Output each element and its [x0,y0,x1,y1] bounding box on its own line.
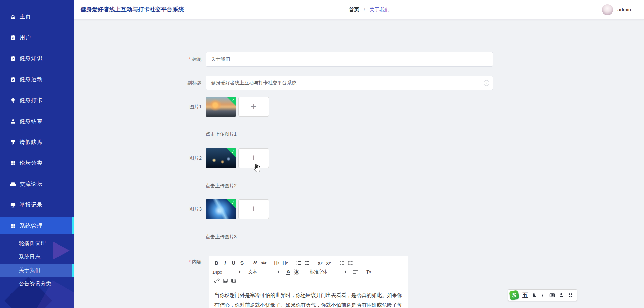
subtitle-input[interactable] [206,76,493,90]
title-label: *标题 [74,56,206,62]
check-icon: ✓ [231,98,235,103]
sidebar-item-label: 交流论坛 [20,181,43,188]
required-asterisk: * [189,56,191,62]
image1-hint: 点击上传图片1 [206,131,644,137]
strikethrough-button[interactable]: S [238,259,246,267]
image-icon [223,278,228,283]
breadcrumb-separator: / [364,7,365,12]
punctuation-icon[interactable] [541,292,546,298]
bullet-list-button[interactable] [303,259,311,267]
lightbulb-icon [10,98,16,103]
sidebar-item-home[interactable]: 主页 [0,6,74,27]
underline-button[interactable]: U [229,259,238,267]
link-icon [214,278,220,283]
sidebar: 主页 用户 健身知识 健身运动 健身打卡 [0,0,74,308]
sidebar-subitem-announcement-category[interactable]: 公告资讯分类 [0,277,74,290]
bold-button[interactable]: B [212,259,221,267]
sidebar-subitem-carousel-management[interactable]: 轮播图管理 [0,236,74,250]
home-icon [10,14,16,20]
sidebar-item-fitness-end[interactable]: 健身结束 [0,111,74,132]
sidebar-item-fitness-knowledge[interactable]: 健身知识 [0,48,74,69]
ime-toolbar: S 五 [508,289,577,301]
code-block-button[interactable]: </> [259,259,268,267]
moon-icon[interactable] [532,292,537,298]
subscript-button[interactable]: x2 [316,259,324,267]
check-icon: ✓ [231,200,235,205]
sidebar-item-label: 用户 [20,34,31,41]
image2-thumbnail[interactable]: ✓ [206,148,236,168]
sidebar-item-label: 举报记录 [20,202,43,209]
sidebar-item-label: 请假缺席 [20,139,43,146]
background-color-button[interactable]: A [293,268,301,276]
image2-upload-button[interactable]: + [238,148,269,168]
ordered-list-button[interactable] [294,259,303,267]
sidebar-item-system-management[interactable]: 系统管理 [0,217,74,234]
blockquote-button[interactable]: ” [251,257,259,269]
image1-label: 图片1 [74,97,206,117]
funnel-icon [10,139,16,145]
editor-toolbar: B I U S ” </> H1 H2 x2 x2 [209,256,408,287]
title-input[interactable] [206,52,493,67]
image3-label: 图片3 [74,199,206,219]
sidebar-item-report-records[interactable]: 举报记录 [0,195,74,215]
user-menu[interactable]: admin [602,0,631,19]
sidebar-item-fitness-checkin[interactable]: 健身打卡 [0,90,74,111]
wubi-mode-button[interactable]: 五 [522,291,528,299]
outdent-button[interactable] [338,259,346,267]
align-icon [353,269,358,275]
indent-button[interactable] [346,259,354,267]
image1-thumbnail[interactable]: ✓ [206,97,236,117]
superscript-button[interactable]: x2 [324,259,333,267]
sidebar-subitem-system-log[interactable]: 系统日志 [0,250,74,263]
font-size-select[interactable]: 14px ▲▼ [212,268,241,276]
user-mode-icon[interactable] [559,292,564,298]
font-family-select[interactable]: 标准字体 ▲▼ [310,268,346,276]
text-color-button[interactable]: A [284,268,293,276]
content-label: *内容 [74,256,206,265]
sogou-logo-icon[interactable]: S [509,290,519,300]
clear-icon[interactable]: × [484,80,489,86]
image3-thumbnail[interactable]: ✓ [206,199,236,219]
text-format-select[interactable]: 文本 ▲▼ [248,268,279,276]
align-button[interactable] [351,268,360,276]
user-avatar[interactable] [602,4,613,15]
sidebar-subitem-about-us[interactable]: 关于我们 [0,264,74,277]
breadcrumb: 首页 / 关于我们 [349,0,390,19]
toolbox-grid-icon[interactable] [568,292,573,298]
sidebar-item-label: 系统管理 [20,223,43,230]
plus-icon: + [251,153,257,163]
indent-icon [348,260,353,266]
header1-button[interactable]: H1 [273,259,281,267]
image1-upload-button[interactable]: + [238,97,269,117]
video-button[interactable] [229,277,238,285]
image3-row: 图片3 ✓ + [74,199,644,219]
image-button[interactable] [221,277,229,285]
sidebar-item-leave-absence[interactable]: 请假缺席 [0,132,74,153]
breadcrumb-home-link[interactable]: 首页 [349,7,359,12]
sidebar-nav: 主页 用户 健身知识 健身运动 健身打卡 [0,0,74,290]
link-button[interactable] [212,277,221,285]
image1-row: 图片1 ✓ + [74,97,644,117]
sidebar-item-forum-category[interactable]: 论坛分类 [0,153,74,174]
grid-icon [10,223,16,229]
sidebar-item-label: 健身知识 [20,55,43,62]
clean-format-button[interactable]: Tx [364,268,373,276]
clipboard-check-icon [10,56,16,61]
sidebar-item-fitness-exercise[interactable]: 健身运动 [0,69,74,90]
toolbar-row-3 [212,276,405,285]
keyboard-icon[interactable] [549,292,555,298]
subtitle-label: 副标题 [74,80,206,86]
image3-hint: 点击上传图片3 [206,234,644,239]
header2-button[interactable]: H2 [281,259,290,267]
image3-upload-button[interactable]: + [238,199,269,219]
italic-button[interactable]: I [221,259,229,267]
sidebar-item-label: 主页 [20,13,31,20]
sidebar-item-users[interactable]: 用户 [0,27,74,48]
editor-content-area[interactable]: 当你设想门外是寒冷可怕的世界时，你还应该开门出去看看，是否真的如此。如果你有信心… [209,287,408,308]
clipboard-x-icon [10,77,16,82]
rich-text-editor: B I U S ” </> H1 H2 x2 x2 [209,256,408,308]
toolbar-row-1: B I U S ” </> H1 H2 x2 x2 [212,259,405,267]
sidebar-item-exchange-forum[interactable]: 交流论坛 [0,174,74,195]
clipboard-icon [10,35,16,41]
image2-hint: 点击上传图片2 [206,183,644,188]
